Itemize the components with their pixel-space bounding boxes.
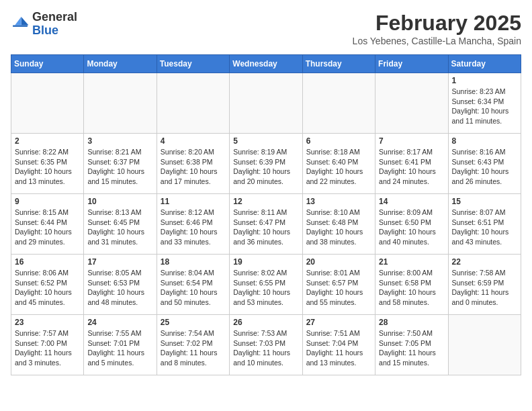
day-info: Sunrise: 8:05 AM Sunset: 6:53 PM Dayligh… [87,268,152,308]
logo-text: General Blue [32,11,77,38]
day-info: Sunrise: 8:15 AM Sunset: 6:44 PM Dayligh… [15,208,80,247]
logo-blue: Blue [32,24,58,37]
day-number: 16 [15,257,80,267]
day-number: 17 [87,257,152,267]
weekday-header: Saturday [448,55,521,73]
day-info: Sunrise: 7:51 AM Sunset: 7:04 PM Dayligh… [306,328,371,368]
calendar-day-cell: 6Sunrise: 8:18 AM Sunset: 6:40 PM Daylig… [302,134,375,194]
calendar-day-cell: 2Sunrise: 8:22 AM Sunset: 6:35 PM Daylig… [11,134,84,194]
calendar-day-cell: 3Sunrise: 8:21 AM Sunset: 6:37 PM Daylig… [84,134,157,194]
weekday-header: Tuesday [157,55,229,73]
day-number: 21 [379,257,444,267]
day-info: Sunrise: 7:58 AM Sunset: 6:59 PM Dayligh… [452,268,517,308]
day-number: 4 [161,136,226,146]
day-number: 25 [161,318,226,327]
calendar-day-cell: 20Sunrise: 8:01 AM Sunset: 6:57 PM Dayli… [302,255,375,315]
day-number: 28 [379,318,444,327]
calendar-day-cell: 1Sunrise: 8:23 AM Sunset: 6:34 PM Daylig… [448,73,521,134]
calendar-day-cell: 17Sunrise: 8:05 AM Sunset: 6:53 PM Dayli… [84,255,157,315]
day-number: 12 [233,197,298,206]
calendar-day-cell: 11Sunrise: 8:12 AM Sunset: 6:46 PM Dayli… [157,194,229,255]
calendar-day-cell: 18Sunrise: 8:04 AM Sunset: 6:54 PM Dayli… [157,255,229,315]
day-info: Sunrise: 8:06 AM Sunset: 6:52 PM Dayligh… [15,268,80,308]
day-info: Sunrise: 7:50 AM Sunset: 7:05 PM Dayligh… [379,328,444,368]
month-year: February 2025 [353,11,521,36]
calendar-day-cell: 7Sunrise: 8:17 AM Sunset: 6:41 PM Daylig… [375,134,448,194]
day-number: 14 [379,197,444,206]
day-number: 1 [452,76,517,85]
calendar-day-cell: 27Sunrise: 7:51 AM Sunset: 7:04 PM Dayli… [302,315,375,375]
day-info: Sunrise: 8:16 AM Sunset: 6:43 PM Dayligh… [452,147,517,187]
day-info: Sunrise: 8:22 AM Sunset: 6:35 PM Dayligh… [15,147,80,187]
day-number: 7 [379,136,444,146]
calendar-day-cell: 4Sunrise: 8:20 AM Sunset: 6:38 PM Daylig… [157,134,229,194]
page-header: General Blue February 2025 Los Yebenes, … [11,11,521,46]
day-info: Sunrise: 7:55 AM Sunset: 7:01 PM Dayligh… [87,328,152,368]
weekday-header: Wednesday [230,55,302,73]
calendar-week-row: 16Sunrise: 8:06 AM Sunset: 6:52 PM Dayli… [11,255,521,315]
calendar-day-cell: 22Sunrise: 7:58 AM Sunset: 6:59 PM Dayli… [448,255,521,315]
location: Los Yebenes, Castille-La Mancha, Spain [353,36,521,46]
day-number: 20 [306,257,371,267]
day-info: Sunrise: 8:00 AM Sunset: 6:58 PM Dayligh… [379,268,444,308]
day-number: 10 [87,197,152,206]
day-number: 19 [233,257,298,267]
day-number: 11 [161,197,226,206]
svg-marker-0 [21,17,29,25]
day-number: 27 [306,318,371,327]
day-info: Sunrise: 8:01 AM Sunset: 6:57 PM Dayligh… [306,268,371,308]
day-info: Sunrise: 8:07 AM Sunset: 6:51 PM Dayligh… [452,208,517,247]
day-number: 8 [452,136,517,146]
calendar-table: SundayMondayTuesdayWednesdayThursdayFrid… [11,54,521,375]
day-info: Sunrise: 8:02 AM Sunset: 6:55 PM Dayligh… [233,268,298,308]
calendar-day-cell: 16Sunrise: 8:06 AM Sunset: 6:52 PM Dayli… [11,255,84,315]
calendar-week-row: 23Sunrise: 7:57 AM Sunset: 7:00 PM Dayli… [11,315,521,375]
calendar-day-cell: 14Sunrise: 8:09 AM Sunset: 6:50 PM Dayli… [375,194,448,255]
calendar-day-cell: 25Sunrise: 7:54 AM Sunset: 7:02 PM Dayli… [157,315,229,375]
calendar-day-cell: 15Sunrise: 8:07 AM Sunset: 6:51 PM Dayli… [448,194,521,255]
day-number: 26 [233,318,298,327]
day-number: 13 [306,197,371,206]
day-number: 2 [15,136,80,146]
day-info: Sunrise: 8:09 AM Sunset: 6:50 PM Dayligh… [379,208,444,247]
logo-general: General [32,10,77,24]
calendar-week-row: 1Sunrise: 8:23 AM Sunset: 6:34 PM Daylig… [11,73,521,134]
calendar-day-cell: 9Sunrise: 8:15 AM Sunset: 6:44 PM Daylig… [11,194,84,255]
calendar-day-cell [375,73,448,134]
day-number: 9 [15,197,80,206]
calendar-day-cell [84,73,157,134]
day-info: Sunrise: 8:17 AM Sunset: 6:41 PM Dayligh… [379,147,444,187]
day-info: Sunrise: 8:10 AM Sunset: 6:48 PM Dayligh… [306,208,371,247]
day-info: Sunrise: 8:21 AM Sunset: 6:37 PM Dayligh… [87,147,152,187]
calendar-day-cell [230,73,302,134]
calendar-day-cell: 10Sunrise: 8:13 AM Sunset: 6:45 PM Dayli… [84,194,157,255]
weekday-header: Monday [84,55,157,73]
logo: General Blue [11,11,77,38]
day-number: 5 [233,136,298,146]
day-number: 6 [306,136,371,146]
day-info: Sunrise: 8:04 AM Sunset: 6:54 PM Dayligh… [161,268,226,308]
calendar-day-cell: 23Sunrise: 7:57 AM Sunset: 7:00 PM Dayli… [11,315,84,375]
calendar-day-cell: 12Sunrise: 8:11 AM Sunset: 6:47 PM Dayli… [230,194,302,255]
calendar-day-cell: 8Sunrise: 8:16 AM Sunset: 6:43 PM Daylig… [448,134,521,194]
weekday-header: Friday [375,55,448,73]
logo-icon [11,15,30,34]
calendar-week-row: 2Sunrise: 8:22 AM Sunset: 6:35 PM Daylig… [11,134,521,194]
day-info: Sunrise: 7:57 AM Sunset: 7:00 PM Dayligh… [15,328,80,368]
weekday-header-row: SundayMondayTuesdayWednesdayThursdayFrid… [11,55,521,73]
day-number: 3 [87,136,152,146]
calendar-day-cell [157,73,229,134]
calendar-day-cell: 5Sunrise: 8:19 AM Sunset: 6:39 PM Daylig… [230,134,302,194]
calendar-day-cell: 19Sunrise: 8:02 AM Sunset: 6:55 PM Dayli… [230,255,302,315]
day-info: Sunrise: 8:23 AM Sunset: 6:34 PM Dayligh… [452,87,517,126]
calendar-day-cell: 13Sunrise: 8:10 AM Sunset: 6:48 PM Dayli… [302,194,375,255]
svg-rect-2 [13,25,28,26]
day-number: 15 [452,197,517,206]
calendar-day-cell [11,73,84,134]
calendar-day-cell: 21Sunrise: 8:00 AM Sunset: 6:58 PM Dayli… [375,255,448,315]
day-info: Sunrise: 8:19 AM Sunset: 6:39 PM Dayligh… [233,147,298,187]
day-info: Sunrise: 8:13 AM Sunset: 6:45 PM Dayligh… [87,208,152,247]
day-number: 24 [87,318,152,327]
day-info: Sunrise: 8:12 AM Sunset: 6:46 PM Dayligh… [161,208,226,247]
day-info: Sunrise: 7:54 AM Sunset: 7:02 PM Dayligh… [161,328,226,368]
